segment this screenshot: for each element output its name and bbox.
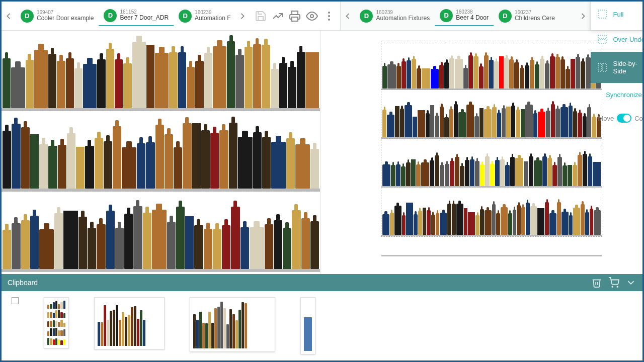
tab-childrens-cereal[interactable]: D 160237Childrens Cere bbox=[494, 6, 560, 26]
view-mode-side-by-side[interactable]: Side-by-Side bbox=[591, 52, 644, 83]
clipboard-panel: Clipboard bbox=[2, 274, 642, 360]
tab-name: Childrens Cere bbox=[515, 15, 555, 22]
svg-point-10 bbox=[612, 286, 613, 287]
right-pane-header: D 160239Automation Fixtures D 160238Beer… bbox=[341, 2, 590, 30]
svg-point-2 bbox=[328, 12, 330, 14]
move-copy-toggle-row: MoveCopy bbox=[591, 107, 644, 130]
svg-rect-9 bbox=[603, 63, 606, 71]
tab-id: 160238 bbox=[456, 9, 489, 15]
svg-point-11 bbox=[617, 286, 618, 287]
clipboard-trash-button[interactable] bbox=[591, 277, 602, 288]
tab-name: Automation F bbox=[195, 15, 230, 22]
left-tabs-prev[interactable] bbox=[2, 2, 16, 31]
clipboard-thumbnail[interactable] bbox=[300, 297, 315, 354]
svg-rect-6 bbox=[598, 35, 606, 39]
preview-button[interactable] bbox=[306, 10, 318, 22]
svg-rect-0 bbox=[292, 17, 298, 21]
full-view-icon bbox=[598, 10, 607, 19]
right-tabs-prev[interactable] bbox=[341, 2, 355, 31]
tab-beer-4-door[interactable]: D 160238Beer 4 Door bbox=[435, 6, 494, 26]
status-avatar: D bbox=[179, 10, 192, 23]
tab-name: Beer 4 Door bbox=[456, 15, 489, 21]
view-mode-label: Over-Under bbox=[613, 36, 644, 43]
view-mode-full[interactable]: Full bbox=[591, 2, 644, 27]
status-avatar: D bbox=[440, 9, 453, 22]
tab-cooler-door[interactable]: D 169407Cooler Door example bbox=[16, 6, 99, 26]
svg-rect-7 bbox=[598, 40, 606, 43]
svg-point-3 bbox=[328, 15, 330, 17]
left-tabs: D 169407Cooler Door example D 161152Beer… bbox=[16, 6, 235, 26]
view-mode-menu: FullOver-UnderSide-by-SideSynchronizeMov… bbox=[590, 2, 644, 30]
status-avatar: D bbox=[499, 10, 512, 23]
tab-id: 161152 bbox=[120, 9, 169, 15]
toggle-label-copy: Copy bbox=[634, 115, 644, 122]
svg-point-1 bbox=[310, 15, 313, 18]
print-button[interactable] bbox=[289, 10, 301, 22]
save-button bbox=[255, 10, 267, 22]
tab-name: Automation Fixtures bbox=[376, 15, 430, 22]
clipboard-thumbnail[interactable] bbox=[44, 297, 69, 348]
clipboard-expand-button[interactable] bbox=[625, 277, 636, 288]
view-mode-over-under[interactable]: Over-Under bbox=[591, 27, 644, 52]
tab-id: 160237 bbox=[515, 10, 555, 15]
side-by-side-icon bbox=[598, 63, 607, 72]
left-tabs-next[interactable] bbox=[235, 2, 250, 31]
status-avatar: D bbox=[21, 10, 34, 23]
clipboard-select-all-checkbox[interactable] bbox=[12, 297, 19, 304]
status-avatar: D bbox=[360, 10, 373, 23]
toggle-label-move: Move bbox=[598, 115, 614, 122]
clipboard-thumbnail[interactable] bbox=[190, 297, 275, 352]
more-button[interactable] bbox=[323, 10, 335, 22]
left-planogram-canvas[interactable] bbox=[2, 31, 320, 274]
clipboard-title: Clipboard bbox=[8, 279, 38, 287]
clipboard-cart-button[interactable] bbox=[608, 277, 619, 288]
tab-automation-f[interactable]: D 160239Automation F bbox=[174, 6, 235, 26]
tab-name: Cooler Door example bbox=[37, 15, 94, 22]
left-pane-header: D 169407Cooler Door example D 161152Beer… bbox=[2, 2, 341, 30]
tab-id: 160239 bbox=[376, 10, 430, 15]
synchronize-button[interactable]: Synchronize bbox=[591, 83, 644, 107]
tab-automation-fixtures[interactable]: D 160239Automation Fixtures bbox=[355, 6, 435, 26]
svg-rect-5 bbox=[598, 10, 606, 18]
svg-point-4 bbox=[328, 19, 330, 21]
clipboard-thumbnail[interactable] bbox=[94, 297, 165, 349]
status-avatar: D bbox=[104, 9, 117, 22]
svg-rect-8 bbox=[598, 63, 602, 71]
view-mode-label: Full bbox=[613, 11, 623, 18]
right-tabs: D 160239Automation Fixtures D 160238Beer… bbox=[355, 6, 576, 26]
over-under-icon bbox=[598, 35, 607, 44]
tab-name: Beer 7 Door_ADR bbox=[120, 15, 169, 21]
tab-beer-7-door[interactable]: D 161152Beer 7 Door_ADR bbox=[99, 6, 174, 26]
trend-button[interactable] bbox=[272, 10, 284, 22]
right-tabs-next[interactable] bbox=[576, 2, 590, 31]
view-mode-label: Side-by-Side bbox=[613, 60, 644, 75]
tab-id: 160239 bbox=[195, 10, 230, 15]
move-copy-toggle[interactable] bbox=[617, 114, 631, 123]
tab-id: 169407 bbox=[37, 10, 94, 15]
